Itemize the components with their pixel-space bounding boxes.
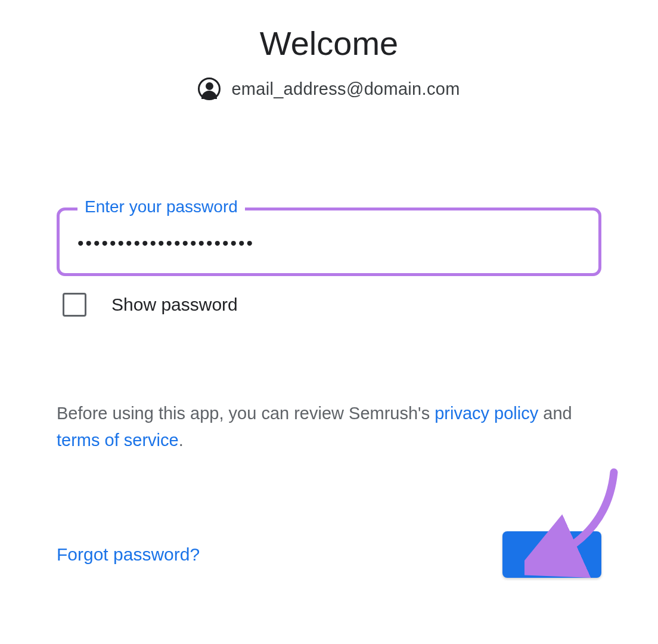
show-password-row: Show password <box>57 293 601 317</box>
account-email: email_address@domain.com <box>231 79 460 99</box>
password-field-container: Enter your password ••••••••••••••••••••… <box>57 208 601 276</box>
disclaimer-suffix: . <box>179 431 184 450</box>
password-input[interactable]: •••••••••••••••••••••• <box>57 208 601 276</box>
next-button[interactable]: Next <box>502 531 601 578</box>
terms-of-service-link[interactable]: terms of service <box>57 431 179 450</box>
forgot-password-link[interactable]: Forgot password? <box>57 544 200 565</box>
disclaimer-text: Before using this app, you can review Se… <box>57 400 601 454</box>
show-password-label: Show password <box>111 295 238 315</box>
privacy-policy-link[interactable]: privacy policy <box>434 404 538 423</box>
account-identifier-row[interactable]: email_address@domain.com <box>57 78 601 100</box>
password-field-label: Enter your password <box>77 197 245 216</box>
account-circle-icon <box>198 78 221 100</box>
show-password-checkbox[interactable] <box>63 293 86 317</box>
page-title: Welcome <box>57 24 601 63</box>
bottom-action-row: Forgot password? Next <box>57 531 601 578</box>
password-masked-value: •••••••••••••••••••••• <box>77 234 581 252</box>
disclaimer-connector: and <box>538 404 572 423</box>
disclaimer-prefix: Before using this app, you can review Se… <box>57 404 434 423</box>
